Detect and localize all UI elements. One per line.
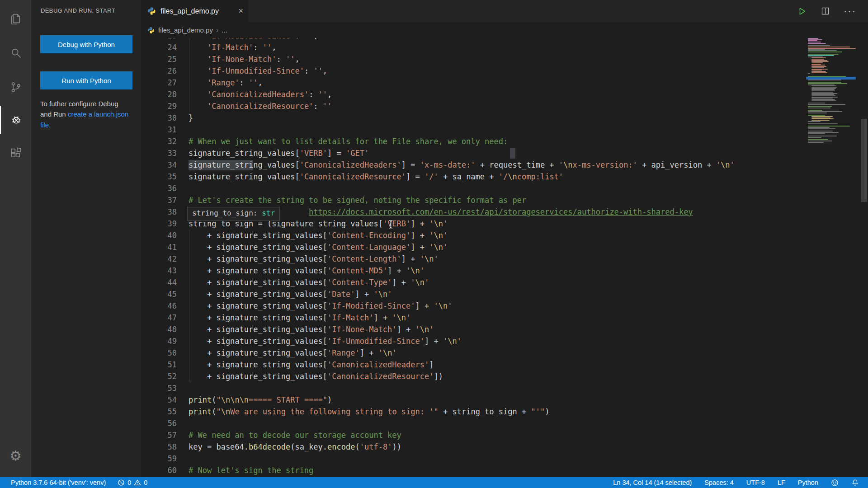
minimap-row	[808, 43, 826, 44]
code-line-34[interactable]: 34signature_string_values['Canonicalized…	[141, 159, 806, 171]
problems-status[interactable]: 0 0	[118, 479, 147, 486]
code-line-43[interactable]: 43 + signature_string_values['Content-MD…	[141, 265, 806, 277]
extensions-icon[interactable]	[0, 139, 31, 167]
cursor-position-status[interactable]: Ln 34, Col 14 (14 selected)	[613, 479, 692, 486]
run-and-debug-icon[interactable]	[0, 106, 31, 134]
split-editor-icon[interactable]	[821, 6, 830, 16]
settings-gear-icon[interactable]: ⚙	[0, 442, 31, 470]
indentation-status[interactable]: Spaces: 4	[704, 479, 734, 486]
tab-files-api-demo[interactable]: files_api_demo.py ×	[141, 0, 249, 22]
code-line-27[interactable]: 27 'Range': '',	[141, 77, 806, 89]
search-icon[interactable]	[0, 39, 31, 67]
doc-link[interactable]: https://docs.microsoft.com/en-us/rest/ap…	[309, 207, 693, 216]
minimap-row	[808, 54, 839, 55]
code-line-30[interactable]: 30}	[141, 112, 806, 124]
minimap-row	[808, 48, 856, 49]
line-number: 32	[141, 136, 177, 147]
run-python-file-icon[interactable]	[797, 6, 807, 16]
token: + signature_string_values[	[189, 337, 327, 346]
code-line-28[interactable]: 28 'CanonicalizedHeaders': '',	[141, 89, 806, 100]
minimap-row	[811, 66, 826, 67]
code-line-37[interactable]: 37# Let's create the string to be signed…	[141, 194, 806, 206]
code-line-59[interactable]: 59	[141, 453, 806, 465]
code-line-52[interactable]: 52 + signature_string_values['Canonicali…	[141, 371, 806, 382]
breadcrumb-more[interactable]: ...	[222, 26, 227, 34]
token: + signature_string_values[	[189, 290, 327, 299]
code-line-53[interactable]: 53	[141, 382, 806, 394]
code-line-54[interactable]: 54print("\n\n\n===== START ====")	[141, 394, 806, 406]
minimap-row	[811, 100, 836, 101]
vertical-scrollbar[interactable]	[860, 0, 868, 477]
line-content: key = base64.b64decode(sa_key.encode('ut…	[189, 441, 401, 453]
token: ] +	[360, 348, 378, 357]
minimap-row	[811, 98, 833, 99]
token: + signature_string_values[	[189, 360, 327, 369]
run-with-python-button[interactable]: Run with Python	[40, 71, 132, 89]
scrollbar-slider[interactable]	[861, 119, 867, 202]
code-line-41[interactable]: 41 + signature_string_values['Content-La…	[141, 241, 806, 253]
code-line-29[interactable]: 29 'CanonicalizedResource': ''	[141, 100, 806, 112]
line-content: 'If-Unmodified-Since': '',	[189, 65, 327, 77]
token: + signature_string_values[	[189, 278, 327, 287]
code-line-24[interactable]: 24 'If-Match': '',	[141, 42, 806, 53]
line-content: 'CanonicalizedResource': ''	[189, 100, 332, 112]
error-count: 0	[127, 479, 131, 486]
eol-status[interactable]: LF	[778, 479, 785, 486]
tab-bar: files_api_demo.py × ···	[141, 0, 868, 22]
token: ] =	[327, 149, 346, 158]
code-line-45[interactable]: 45 + signature_string_values['Date'] + '…	[141, 288, 806, 300]
code-line-26[interactable]: 26 'If-Unmodified-Since': '',	[141, 65, 806, 77]
code-line-46[interactable]: 46 + signature_string_values['If-Modifie…	[141, 300, 806, 312]
notifications-bell-icon[interactable]	[851, 479, 859, 487]
code-line-42[interactable]: 42 + signature_string_values['Content-Le…	[141, 253, 806, 265]
token: ,	[327, 90, 332, 99]
code-line-60[interactable]: 60# Now let's sign the string	[141, 465, 806, 476]
code-line-51[interactable]: 51 + signature_string_values['Canonicali…	[141, 359, 806, 371]
breadcrumb-file[interactable]: files_api_demo.py	[158, 26, 213, 34]
code-line-31[interactable]: 31	[141, 124, 806, 136]
code-line-36[interactable]: 36	[141, 183, 806, 194]
token: \n	[410, 266, 420, 275]
code-line-49[interactable]: 49 + signature_string_values['If-Unmodif…	[141, 335, 806, 347]
feedback-smiley-icon[interactable]	[831, 479, 839, 487]
code-line-40[interactable]: 40 + signature_string_values['Content-En…	[141, 230, 806, 241]
code-line-33[interactable]: 33signature_string_values['VERB'] = 'GET…	[141, 147, 806, 159]
explorer-icon[interactable]	[0, 5, 31, 33]
minimap[interactable]	[806, 38, 859, 477]
code-editor[interactable]: 23 'If-Modified-Since': '',24 'If-Match'…	[141, 0, 806, 477]
minimap-row	[811, 93, 837, 94]
token: + request_time +	[476, 160, 559, 169]
code-line-44[interactable]: 44 + signature_string_values['Content-Ty…	[141, 277, 806, 288]
code-line-55[interactable]: 55print("\nWe are using the following st…	[141, 406, 806, 418]
code-line-57[interactable]: 57# We need an to decode our storage acc…	[141, 429, 806, 441]
token: key = base64.	[189, 442, 249, 451]
token: '	[425, 278, 429, 287]
token: ] +	[355, 290, 373, 299]
language-mode-status[interactable]: Python	[798, 479, 818, 486]
minimap-row	[808, 127, 830, 128]
minimap-row	[808, 113, 827, 113]
code-line-56[interactable]: 56	[141, 418, 806, 429]
code-line-58[interactable]: 58key = base64.b64decode(sa_key.encode('…	[141, 441, 806, 453]
line-content: + signature_string_values['Content-Type'…	[189, 277, 429, 288]
minimap-row	[808, 73, 810, 74]
code-line-48[interactable]: 48 + signature_string_values['If-None-Ma…	[141, 324, 806, 335]
encoding-status[interactable]: UTF-8	[746, 479, 765, 486]
token: ,	[272, 43, 276, 52]
code-line-25[interactable]: 25 'If-None-Match': '',	[141, 53, 806, 65]
code-line-32[interactable]: 32# When we just want to list details fo…	[141, 136, 806, 147]
debug-with-python-button[interactable]: Debug with Python	[40, 35, 132, 53]
token: (	[355, 442, 360, 451]
python-interpreter-status[interactable]: Python 3.7.6 64-bit ('venv': venv)	[11, 479, 106, 486]
code-line-47[interactable]: 47 + signature_string_values['If-Match']…	[141, 312, 806, 324]
token: # When we just want to list details for …	[189, 137, 508, 146]
minimap-row	[811, 92, 833, 93]
tab-close-icon[interactable]: ×	[238, 6, 243, 16]
code-line-50[interactable]: 50 + signature_string_values['Range'] + …	[141, 347, 806, 359]
more-actions-icon[interactable]: ···	[844, 5, 856, 17]
minimap-row	[811, 89, 835, 90]
minimap-row	[808, 40, 817, 41]
code-line-35[interactable]: 35signature_string_values['Canonicalized…	[141, 171, 806, 183]
source-control-icon[interactable]	[0, 73, 31, 101]
token: (sa_key.	[290, 442, 327, 451]
